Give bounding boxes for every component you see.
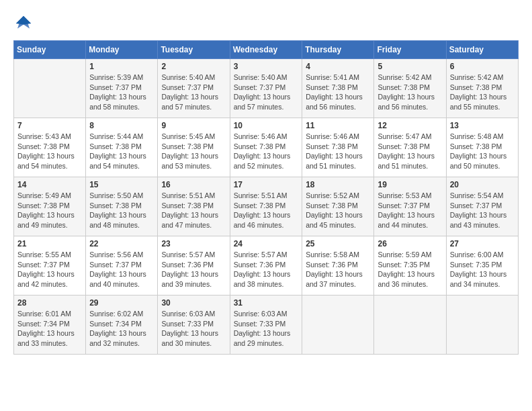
- day-number: 15: [89, 180, 154, 189]
- calendar-cell: 1Sunrise: 5:39 AMSunset: 7:37 PMDaylight…: [86, 59, 158, 118]
- calendar-cell: [446, 295, 518, 355]
- day-number: 27: [450, 239, 515, 248]
- calendar-cell: 11Sunrise: 5:46 AMSunset: 7:38 PMDayligh…: [302, 118, 374, 177]
- day-number: 10: [234, 121, 299, 130]
- page-header: [13, 13, 519, 34]
- day-info: Sunrise: 5:55 AMSunset: 7:37 PMDaylight:…: [17, 250, 82, 289]
- day-info: Sunrise: 5:51 AMSunset: 7:38 PMDaylight:…: [234, 191, 299, 230]
- header-saturday: Saturday: [446, 41, 518, 59]
- day-number: 20: [450, 180, 515, 189]
- logo: [13, 13, 36, 34]
- svg-marker-1: [16, 16, 32, 25]
- day-info: Sunrise: 5:39 AMSunset: 7:37 PMDaylight:…: [89, 73, 154, 112]
- calendar-cell: 23Sunrise: 5:57 AMSunset: 7:36 PMDayligh…: [158, 236, 230, 295]
- day-info: Sunrise: 5:42 AMSunset: 7:38 PMDaylight:…: [378, 73, 442, 112]
- day-info: Sunrise: 5:42 AMSunset: 7:38 PMDaylight:…: [450, 73, 515, 112]
- day-info: Sunrise: 5:48 AMSunset: 7:38 PMDaylight:…: [450, 132, 515, 171]
- day-info: Sunrise: 5:45 AMSunset: 7:38 PMDaylight:…: [161, 132, 226, 171]
- day-info: Sunrise: 5:40 AMSunset: 7:37 PMDaylight:…: [161, 73, 226, 112]
- calendar-cell: 5Sunrise: 5:42 AMSunset: 7:38 PMDaylight…: [374, 59, 446, 118]
- day-number: 11: [306, 121, 370, 130]
- calendar-cell: 4Sunrise: 5:41 AMSunset: 7:38 PMDaylight…: [302, 59, 374, 118]
- day-number: 6: [450, 62, 515, 71]
- day-info: Sunrise: 6:02 AMSunset: 7:34 PMDaylight:…: [89, 309, 154, 349]
- day-info: Sunrise: 6:01 AMSunset: 7:34 PMDaylight:…: [17, 309, 82, 349]
- calendar-cell: [374, 295, 446, 355]
- calendar-header-row: SundayMondayTuesdayWednesdayThursdayFrid…: [14, 41, 519, 59]
- calendar-cell: 10Sunrise: 5:46 AMSunset: 7:38 PMDayligh…: [230, 118, 302, 177]
- day-info: Sunrise: 5:51 AMSunset: 7:38 PMDaylight:…: [161, 191, 226, 230]
- calendar-cell: 19Sunrise: 5:53 AMSunset: 7:37 PMDayligh…: [374, 177, 446, 236]
- calendar-week-2: 7Sunrise: 5:43 AMSunset: 7:38 PMDaylight…: [14, 118, 519, 177]
- day-info: Sunrise: 5:57 AMSunset: 7:36 PMDaylight:…: [234, 250, 299, 289]
- day-info: Sunrise: 5:43 AMSunset: 7:38 PMDaylight:…: [17, 132, 82, 171]
- day-number: 18: [306, 180, 370, 189]
- calendar-cell: 21Sunrise: 5:55 AMSunset: 7:37 PMDayligh…: [14, 236, 86, 295]
- day-info: Sunrise: 6:00 AMSunset: 7:35 PMDaylight:…: [450, 250, 515, 289]
- calendar-cell: 9Sunrise: 5:45 AMSunset: 7:38 PMDaylight…: [158, 118, 230, 177]
- day-info: Sunrise: 5:47 AMSunset: 7:38 PMDaylight:…: [378, 132, 442, 171]
- calendar-cell: 6Sunrise: 5:42 AMSunset: 7:38 PMDaylight…: [446, 59, 518, 118]
- day-number: 5: [378, 62, 442, 71]
- day-info: Sunrise: 5:44 AMSunset: 7:38 PMDaylight:…: [89, 132, 154, 171]
- day-number: 14: [17, 180, 82, 189]
- day-number: 19: [378, 180, 442, 189]
- calendar-cell: 3Sunrise: 5:40 AMSunset: 7:37 PMDaylight…: [230, 59, 302, 118]
- header-tuesday: Tuesday: [158, 41, 230, 59]
- day-info: Sunrise: 5:46 AMSunset: 7:38 PMDaylight:…: [234, 132, 299, 171]
- calendar-cell: 20Sunrise: 5:54 AMSunset: 7:37 PMDayligh…: [446, 177, 518, 236]
- day-info: Sunrise: 5:46 AMSunset: 7:38 PMDaylight:…: [306, 132, 370, 171]
- day-number: 2: [161, 62, 226, 71]
- calendar-week-3: 14Sunrise: 5:49 AMSunset: 7:38 PMDayligh…: [14, 177, 519, 236]
- calendar-cell: 8Sunrise: 5:44 AMSunset: 7:38 PMDaylight…: [86, 118, 158, 177]
- calendar-week-1: 1Sunrise: 5:39 AMSunset: 7:37 PMDaylight…: [14, 59, 519, 118]
- day-info: Sunrise: 5:40 AMSunset: 7:37 PMDaylight:…: [234, 73, 299, 112]
- calendar-cell: 24Sunrise: 5:57 AMSunset: 7:36 PMDayligh…: [230, 236, 302, 295]
- calendar-cell: 25Sunrise: 5:58 AMSunset: 7:36 PMDayligh…: [302, 236, 374, 295]
- day-info: Sunrise: 5:58 AMSunset: 7:36 PMDaylight:…: [306, 250, 370, 289]
- day-info: Sunrise: 6:03 AMSunset: 7:33 PMDaylight:…: [161, 309, 226, 349]
- calendar-cell: 12Sunrise: 5:47 AMSunset: 7:38 PMDayligh…: [374, 118, 446, 177]
- header-monday: Monday: [86, 41, 158, 59]
- logo-icon: [13, 13, 34, 34]
- calendar-cell: 13Sunrise: 5:48 AMSunset: 7:38 PMDayligh…: [446, 118, 518, 177]
- day-number: 3: [234, 62, 299, 71]
- day-number: 16: [161, 180, 226, 189]
- calendar-cell: 18Sunrise: 5:52 AMSunset: 7:38 PMDayligh…: [302, 177, 374, 236]
- header-thursday: Thursday: [302, 41, 374, 59]
- day-info: Sunrise: 5:49 AMSunset: 7:38 PMDaylight:…: [17, 191, 82, 230]
- calendar-cell: 31Sunrise: 6:03 AMSunset: 7:33 PMDayligh…: [230, 295, 302, 355]
- calendar-cell: 29Sunrise: 6:02 AMSunset: 7:34 PMDayligh…: [86, 295, 158, 355]
- header-friday: Friday: [374, 41, 446, 59]
- day-info: Sunrise: 5:53 AMSunset: 7:37 PMDaylight:…: [378, 191, 442, 230]
- day-number: 23: [161, 239, 226, 248]
- day-number: 31: [234, 298, 299, 308]
- calendar-cell: 16Sunrise: 5:51 AMSunset: 7:38 PMDayligh…: [158, 177, 230, 236]
- calendar-cell: [302, 295, 374, 355]
- calendar-table: SundayMondayTuesdayWednesdayThursdayFrid…: [13, 40, 519, 355]
- calendar-cell: 26Sunrise: 5:59 AMSunset: 7:35 PMDayligh…: [374, 236, 446, 295]
- day-number: 1: [89, 62, 154, 71]
- calendar-cell: 28Sunrise: 6:01 AMSunset: 7:34 PMDayligh…: [14, 295, 86, 355]
- day-number: 28: [17, 298, 82, 308]
- header-sunday: Sunday: [14, 41, 86, 59]
- day-number: 9: [161, 121, 226, 130]
- day-number: 30: [161, 298, 226, 308]
- day-number: 29: [89, 298, 154, 308]
- calendar-cell: 22Sunrise: 5:56 AMSunset: 7:37 PMDayligh…: [86, 236, 158, 295]
- calendar-week-5: 28Sunrise: 6:01 AMSunset: 7:34 PMDayligh…: [14, 295, 519, 355]
- day-number: 17: [234, 180, 299, 189]
- day-info: Sunrise: 5:57 AMSunset: 7:36 PMDaylight:…: [161, 250, 226, 289]
- day-number: 4: [306, 62, 370, 71]
- calendar-cell: 15Sunrise: 5:50 AMSunset: 7:38 PMDayligh…: [86, 177, 158, 236]
- day-number: 7: [17, 121, 82, 130]
- calendar-cell: 2Sunrise: 5:40 AMSunset: 7:37 PMDaylight…: [158, 59, 230, 118]
- calendar-cell: 7Sunrise: 5:43 AMSunset: 7:38 PMDaylight…: [14, 118, 86, 177]
- day-info: Sunrise: 6:03 AMSunset: 7:33 PMDaylight:…: [234, 309, 299, 349]
- calendar-cell: 27Sunrise: 6:00 AMSunset: 7:35 PMDayligh…: [446, 236, 518, 295]
- day-info: Sunrise: 5:56 AMSunset: 7:37 PMDaylight:…: [89, 250, 154, 289]
- day-number: 21: [17, 239, 82, 248]
- calendar-cell: 30Sunrise: 6:03 AMSunset: 7:33 PMDayligh…: [158, 295, 230, 355]
- calendar-week-4: 21Sunrise: 5:55 AMSunset: 7:37 PMDayligh…: [14, 236, 519, 295]
- day-info: Sunrise: 5:59 AMSunset: 7:35 PMDaylight:…: [378, 250, 442, 289]
